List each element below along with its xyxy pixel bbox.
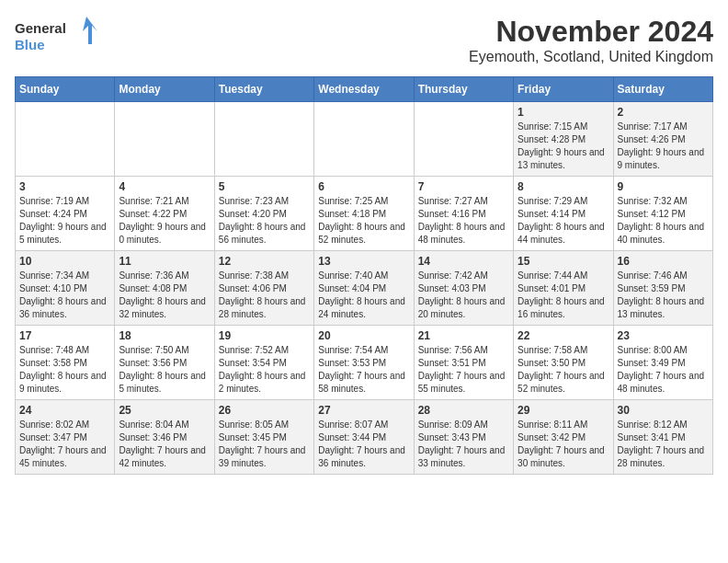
calendar-cell: 15Sunrise: 7:44 AMSunset: 4:01 PMDayligh… (514, 251, 613, 326)
day-info: Sunrise: 7:56 AMSunset: 3:51 PMDaylight:… (418, 344, 509, 396)
day-info: Sunrise: 7:36 AMSunset: 4:08 PMDaylight:… (119, 270, 210, 321)
day-number: 7 (418, 180, 509, 193)
calendar-cell: 1Sunrise: 7:15 AMSunset: 4:28 PMDaylight… (514, 102, 613, 177)
calendar-cell: 16Sunrise: 7:46 AMSunset: 3:59 PMDayligh… (613, 251, 712, 326)
calendar-cell: 13Sunrise: 7:40 AMSunset: 4:04 PMDayligh… (314, 251, 414, 326)
day-number: 29 (518, 404, 609, 417)
day-info: Sunrise: 7:21 AMSunset: 4:22 PMDaylight:… (119, 195, 210, 247)
calendar-cell (414, 102, 513, 177)
calendar-cell: 24Sunrise: 8:02 AMSunset: 3:47 PMDayligh… (16, 400, 115, 475)
day-info: Sunrise: 7:25 AMSunset: 4:18 PMDaylight:… (318, 195, 409, 247)
day-info: Sunrise: 7:52 AMSunset: 3:54 PMDaylight:… (219, 344, 310, 396)
day-info: Sunrise: 8:12 AMSunset: 3:41 PMDaylight:… (618, 419, 709, 470)
day-info: Sunrise: 8:05 AMSunset: 3:45 PMDaylight:… (219, 419, 310, 470)
day-number: 2 (618, 106, 709, 119)
title-section: November 2024 Eyemouth, Scotland, United… (469, 15, 713, 65)
week-row-1: 3Sunrise: 7:19 AMSunset: 4:24 PMDaylight… (16, 177, 713, 251)
day-info: Sunrise: 7:19 AMSunset: 4:24 PMDaylight:… (19, 195, 110, 247)
day-info: Sunrise: 7:34 AMSunset: 4:10 PMDaylight:… (19, 270, 110, 321)
day-number: 25 (119, 404, 210, 417)
calendar-cell: 12Sunrise: 7:38 AMSunset: 4:06 PMDayligh… (214, 251, 313, 326)
day-number: 12 (219, 255, 310, 268)
day-number: 19 (219, 329, 310, 342)
header-day-thursday: Thursday (414, 77, 513, 102)
day-info: Sunrise: 8:11 AMSunset: 3:42 PMDaylight:… (518, 419, 609, 470)
day-info: Sunrise: 7:29 AMSunset: 4:14 PMDaylight:… (518, 195, 609, 247)
header-row: SundayMondayTuesdayWednesdayThursdayFrid… (16, 77, 713, 102)
week-row-2: 10Sunrise: 7:34 AMSunset: 4:10 PMDayligh… (16, 251, 713, 326)
calendar-cell: 5Sunrise: 7:23 AMSunset: 4:20 PMDaylight… (214, 177, 313, 251)
calendar-header: SundayMondayTuesdayWednesdayThursdayFrid… (16, 77, 713, 102)
day-number: 1 (518, 106, 609, 119)
calendar-cell: 20Sunrise: 7:54 AMSunset: 3:53 PMDayligh… (314, 326, 414, 400)
header: General Blue November 2024 Eyemouth, Sco… (15, 15, 713, 65)
calendar-cell: 23Sunrise: 8:00 AMSunset: 3:49 PMDayligh… (613, 326, 712, 400)
calendar-cell: 26Sunrise: 8:05 AMSunset: 3:45 PMDayligh… (214, 400, 313, 475)
calendar-cell: 30Sunrise: 8:12 AMSunset: 3:41 PMDayligh… (613, 400, 712, 475)
calendar-cell: 11Sunrise: 7:36 AMSunset: 4:08 PMDayligh… (115, 251, 214, 326)
day-number: 16 (618, 255, 709, 268)
day-number: 28 (418, 404, 509, 417)
day-info: Sunrise: 8:00 AMSunset: 3:49 PMDaylight:… (618, 344, 709, 396)
calendar-cell: 17Sunrise: 7:48 AMSunset: 3:58 PMDayligh… (16, 326, 115, 400)
day-number: 11 (119, 255, 210, 268)
svg-text:Blue: Blue (15, 37, 45, 52)
day-number: 27 (318, 404, 409, 417)
day-info: Sunrise: 8:07 AMSunset: 3:44 PMDaylight:… (318, 419, 409, 470)
calendar-cell: 8Sunrise: 7:29 AMSunset: 4:14 PMDaylight… (514, 177, 613, 251)
day-info: Sunrise: 7:58 AMSunset: 3:50 PMDaylight:… (518, 344, 609, 396)
day-info: Sunrise: 7:44 AMSunset: 4:01 PMDaylight:… (518, 270, 609, 321)
day-number: 22 (518, 329, 609, 342)
day-number: 21 (418, 329, 509, 342)
logo: General Blue (15, 15, 107, 56)
calendar-cell: 2Sunrise: 7:17 AMSunset: 4:26 PMDaylight… (613, 102, 712, 177)
day-number: 6 (318, 180, 409, 193)
calendar-body: 1Sunrise: 7:15 AMSunset: 4:28 PMDaylight… (16, 102, 713, 475)
day-number: 24 (19, 404, 110, 417)
day-number: 9 (618, 180, 709, 193)
day-number: 23 (618, 329, 709, 342)
week-row-3: 17Sunrise: 7:48 AMSunset: 3:58 PMDayligh… (16, 326, 713, 400)
day-info: Sunrise: 7:46 AMSunset: 3:59 PMDaylight:… (618, 270, 709, 321)
logo-icon: General Blue (15, 15, 107, 56)
day-number: 3 (19, 180, 110, 193)
day-info: Sunrise: 7:17 AMSunset: 4:26 PMDaylight:… (618, 121, 709, 172)
calendar-cell (16, 102, 115, 177)
svg-marker-2 (83, 17, 97, 44)
calendar-cell: 14Sunrise: 7:42 AMSunset: 4:03 PMDayligh… (414, 251, 513, 326)
calendar-cell: 19Sunrise: 7:52 AMSunset: 3:54 PMDayligh… (214, 326, 313, 400)
calendar-cell (314, 102, 414, 177)
day-info: Sunrise: 7:27 AMSunset: 4:16 PMDaylight:… (418, 195, 509, 247)
day-info: Sunrise: 8:09 AMSunset: 3:43 PMDaylight:… (418, 419, 509, 470)
calendar-cell: 18Sunrise: 7:50 AMSunset: 3:56 PMDayligh… (115, 326, 214, 400)
day-number: 30 (618, 404, 709, 417)
day-number: 14 (418, 255, 509, 268)
calendar-cell: 9Sunrise: 7:32 AMSunset: 4:12 PMDaylight… (613, 177, 712, 251)
calendar-cell: 27Sunrise: 8:07 AMSunset: 3:44 PMDayligh… (314, 400, 414, 475)
day-info: Sunrise: 8:02 AMSunset: 3:47 PMDaylight:… (19, 419, 110, 470)
header-day-friday: Friday (514, 77, 613, 102)
day-info: Sunrise: 7:38 AMSunset: 4:06 PMDaylight:… (219, 270, 310, 321)
day-info: Sunrise: 7:23 AMSunset: 4:20 PMDaylight:… (219, 195, 310, 247)
calendar-cell: 7Sunrise: 7:27 AMSunset: 4:16 PMDaylight… (414, 177, 513, 251)
subtitle: Eyemouth, Scotland, United Kingdom (469, 49, 713, 65)
day-info: Sunrise: 8:04 AMSunset: 3:46 PMDaylight:… (119, 419, 210, 470)
day-number: 4 (119, 180, 210, 193)
day-number: 8 (518, 180, 609, 193)
day-number: 20 (318, 329, 409, 342)
day-number: 13 (318, 255, 409, 268)
day-info: Sunrise: 7:54 AMSunset: 3:53 PMDaylight:… (318, 344, 409, 396)
calendar-cell: 4Sunrise: 7:21 AMSunset: 4:22 PMDaylight… (115, 177, 214, 251)
day-number: 10 (19, 255, 110, 268)
day-number: 18 (119, 329, 210, 342)
calendar-cell: 10Sunrise: 7:34 AMSunset: 4:10 PMDayligh… (16, 251, 115, 326)
calendar-table: SundayMondayTuesdayWednesdayThursdayFrid… (15, 76, 713, 475)
calendar-cell (115, 102, 214, 177)
day-info: Sunrise: 7:15 AMSunset: 4:28 PMDaylight:… (518, 121, 609, 172)
day-info: Sunrise: 7:48 AMSunset: 3:58 PMDaylight:… (19, 344, 110, 396)
day-info: Sunrise: 7:50 AMSunset: 3:56 PMDaylight:… (119, 344, 210, 396)
calendar-cell (214, 102, 313, 177)
svg-text:General: General (15, 20, 66, 36)
day-number: 5 (219, 180, 310, 193)
calendar-cell: 29Sunrise: 8:11 AMSunset: 3:42 PMDayligh… (514, 400, 613, 475)
